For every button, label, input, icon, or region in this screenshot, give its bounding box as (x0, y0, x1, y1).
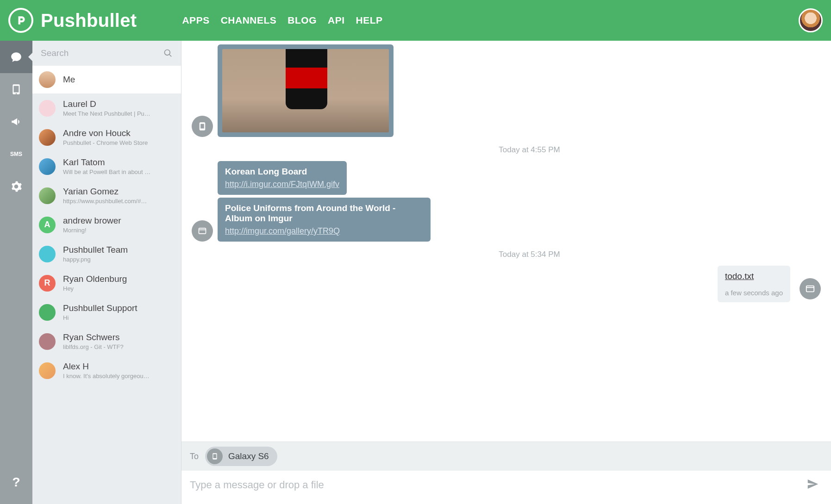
send-icon (806, 477, 820, 491)
contact-item[interactable]: Alex HI know. It's absolutely gorgeou… (32, 356, 181, 385)
source-device-badge (192, 116, 213, 137)
svg-rect-0 (199, 228, 206, 234)
search-icon[interactable] (163, 49, 173, 58)
contact-name: Alex H (63, 361, 175, 372)
conversation-panel: Today at 4:55 PM Korean Long Board http:… (181, 41, 831, 504)
contact-avatar (39, 129, 56, 146)
link-message[interactable]: Police Uniforms from Around the World - … (218, 198, 431, 242)
chat-bubble-icon (10, 51, 22, 63)
nav-chats[interactable] (0, 41, 32, 73)
logo[interactable]: Pushbullet (8, 8, 137, 33)
phone-icon (198, 122, 207, 131)
contact-info: Andre von HouckPushbullet - Chrome Web S… (63, 128, 175, 146)
browser-icon (805, 284, 815, 294)
contact-preview: Hey (63, 285, 175, 292)
contact-avatar (39, 246, 56, 262)
contact-avatar (39, 158, 56, 175)
message-input[interactable] (190, 479, 798, 491)
contact-item[interactable]: Karl TatomWill be at Powell Bart in abou… (32, 152, 181, 181)
file-time: a few seconds ago (725, 289, 783, 297)
contact-name: Pushbullet Support (63, 303, 175, 313)
contact-item[interactable]: Yarian Gomezhttps://www.pushbullet.com/#… (32, 181, 181, 210)
recipient-chip[interactable]: Galaxy S6 (205, 447, 277, 466)
contact-name: Ryan Schwers (63, 332, 175, 342)
contact-preview: happy.png (63, 256, 175, 263)
contact-name: Laurel D (63, 99, 175, 109)
contact-item[interactable]: Andre von HouckPushbullet - Chrome Web S… (32, 123, 181, 152)
contact-info: Ryan OldenburgHey (63, 274, 175, 292)
contact-item[interactable]: Laurel DMeet The Next Pushbullet | Pu… (32, 93, 181, 123)
message-link[interactable]: http://i.imgur.com/FJtqIWM.gifv (225, 180, 339, 189)
message-title: Police Uniforms from Around the World - … (225, 203, 423, 224)
svg-rect-2 (806, 286, 814, 292)
contact-name: Karl Tatom (63, 157, 175, 168)
contact-preview: Will be at Powell Bart in about … (63, 168, 175, 175)
link-message[interactable]: Korean Long Board http://i.imgur.com/FJt… (218, 161, 347, 195)
contact-preview: Hi (63, 314, 175, 321)
contact-name: Yarian Gomez (63, 187, 175, 197)
contact-avatar (39, 71, 56, 88)
top-bar: Pushbullet APPS CHANNELS BLOG API HELP (0, 0, 831, 41)
side-nav: SMS ? (0, 41, 32, 504)
nav-channels[interactable] (0, 106, 32, 138)
contact-avatar: A (39, 217, 56, 233)
contact-preview: Morning! (63, 227, 175, 234)
contact-avatar (39, 100, 56, 117)
contact-preview: Meet The Next Pushbullet | Pu… (63, 110, 175, 117)
contact-item[interactable]: Ryan Schwersliblfds.org - Git - WTF? (32, 327, 181, 356)
message-group (194, 44, 818, 137)
contact-info: Yarian Gomezhttps://www.pushbullet.com/#… (63, 187, 175, 205)
contact-preview: https://www.pushbullet.com/#… (63, 198, 175, 205)
contact-item[interactable]: RRyan OldenburgHey (32, 268, 181, 298)
contact-info: Alex HI know. It's absolutely gorgeou… (63, 361, 175, 380)
nav-blog[interactable]: BLOG (287, 15, 317, 26)
recipient-name: Galaxy S6 (228, 451, 269, 461)
contact-info: andrew browerMorning! (63, 216, 175, 234)
nav-settings[interactable] (0, 170, 32, 203)
gear-icon (10, 180, 22, 193)
image-preview (222, 49, 389, 132)
contact-info: Ryan Schwersliblfds.org - Git - WTF? (63, 332, 175, 350)
nav-channels[interactable]: CHANNELS (221, 15, 277, 26)
message-group: todo.txt a few seconds ago (194, 263, 818, 302)
contact-info: Laurel DMeet The Next Pushbullet | Pu… (63, 99, 175, 117)
contact-avatar (39, 362, 56, 379)
contact-item[interactable]: Pushbullet Teamhappy.png (32, 239, 181, 268)
nav-apps[interactable]: APPS (182, 15, 209, 26)
contact-name: Ryan Oldenburg (63, 274, 175, 284)
contact-preview: liblfds.org - Git - WTF? (63, 343, 175, 350)
top-nav: APPS CHANNELS BLOG API HELP (182, 15, 382, 26)
contact-item[interactable]: Pushbullet SupportHi (32, 298, 181, 327)
contacts-panel: MeLaurel DMeet The Next Pushbullet | Pu…… (32, 41, 181, 504)
message-link[interactable]: http://imgur.com/gallery/yTR9Q (225, 226, 423, 236)
file-name[interactable]: todo.txt (725, 271, 783, 281)
sms-label: SMS (10, 151, 22, 157)
contact-info: Pushbullet Teamhappy.png (63, 245, 175, 263)
message-thread[interactable]: Today at 4:55 PM Korean Long Board http:… (181, 41, 831, 442)
main: SMS ? MeLaurel DMeet The Next Pushbullet… (0, 41, 831, 504)
message-group: Korean Long Board http://i.imgur.com/FJt… (194, 158, 818, 242)
contact-name: Pushbullet Team (63, 245, 175, 255)
contact-list[interactable]: MeLaurel DMeet The Next Pushbullet | Pu…… (32, 66, 181, 504)
contact-info: Pushbullet SupportHi (63, 303, 175, 321)
contact-avatar (39, 187, 56, 204)
source-device-badge (192, 220, 213, 242)
image-message[interactable] (218, 44, 394, 137)
recipient-row: To Galaxy S6 (181, 442, 831, 471)
search-input[interactable] (41, 48, 163, 58)
contact-info: Karl TatomWill be at Powell Bart in abou… (63, 157, 175, 175)
nav-help-bottom[interactable]: ? (0, 466, 32, 498)
nav-sms[interactable]: SMS (0, 138, 32, 170)
file-message[interactable]: todo.txt a few seconds ago (718, 266, 790, 302)
contact-preview: I know. It's absolutely gorgeou… (63, 373, 175, 380)
contact-item[interactable]: Me (32, 66, 181, 93)
contact-avatar: R (39, 275, 56, 292)
nav-devices[interactable] (0, 73, 32, 106)
account-avatar[interactable] (799, 8, 823, 32)
send-button[interactable] (806, 477, 820, 493)
nav-help[interactable]: HELP (356, 15, 383, 26)
contact-item[interactable]: Aandrew browerMorning! (32, 210, 181, 239)
timestamp: Today at 4:55 PM (218, 145, 831, 155)
source-device-badge (800, 278, 821, 299)
nav-api[interactable]: API (328, 15, 345, 26)
